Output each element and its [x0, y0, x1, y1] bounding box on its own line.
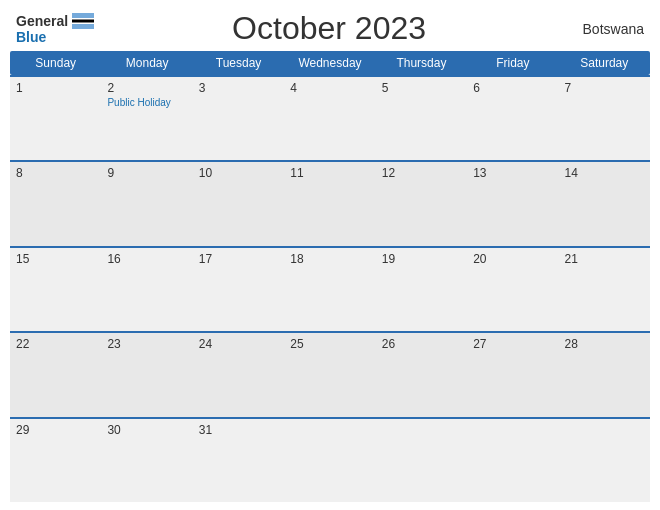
day-number: 17: [199, 252, 278, 266]
week-row-1: 12Public Holiday34567: [10, 75, 650, 160]
day-cell: 28: [559, 333, 650, 416]
day-number: 6: [473, 81, 552, 95]
week-row-2: 891011121314: [10, 160, 650, 245]
logo-general: General: [16, 13, 68, 29]
day-number: 21: [565, 252, 644, 266]
day-header-friday: Friday: [467, 51, 558, 75]
week-row-4: 22232425262728: [10, 331, 650, 416]
weeks-grid: 12Public Holiday345678910111213141516171…: [10, 75, 650, 502]
week-row-5: 293031: [10, 417, 650, 502]
day-number: 13: [473, 166, 552, 180]
day-cell: 17: [193, 248, 284, 331]
day-header-saturday: Saturday: [559, 51, 650, 75]
day-number: 24: [199, 337, 278, 351]
day-cell: 5: [376, 77, 467, 160]
day-number: 2: [107, 81, 186, 95]
day-cell: 18: [284, 248, 375, 331]
header: General Blue October 2023 Botswana: [0, 0, 660, 51]
day-header-sunday: Sunday: [10, 51, 101, 75]
day-number: 31: [199, 423, 278, 437]
day-number: 27: [473, 337, 552, 351]
day-cell: 19: [376, 248, 467, 331]
day-cell: 7: [559, 77, 650, 160]
day-number: 5: [382, 81, 461, 95]
day-cell: 1: [10, 77, 101, 160]
day-cell: 23: [101, 333, 192, 416]
day-cell: 6: [467, 77, 558, 160]
day-number: 16: [107, 252, 186, 266]
day-header-tuesday: Tuesday: [193, 51, 284, 75]
day-cell: [467, 419, 558, 502]
day-number: 15: [16, 252, 95, 266]
day-cell: 9: [101, 162, 192, 245]
logo: General Blue: [16, 13, 94, 45]
day-number: 20: [473, 252, 552, 266]
day-number: 7: [565, 81, 644, 95]
calendar-title: October 2023: [94, 10, 564, 47]
day-cell: 2Public Holiday: [101, 77, 192, 160]
day-number: 4: [290, 81, 369, 95]
day-cell: [559, 419, 650, 502]
day-cell: 25: [284, 333, 375, 416]
day-cell: 16: [101, 248, 192, 331]
svg-rect-2: [72, 19, 94, 22]
day-cell: [376, 419, 467, 502]
day-event: Public Holiday: [107, 97, 186, 108]
day-cell: [284, 419, 375, 502]
day-cell: 13: [467, 162, 558, 245]
logo-blue: Blue: [16, 29, 46, 45]
day-cell: 4: [284, 77, 375, 160]
day-cell: 14: [559, 162, 650, 245]
day-header-thursday: Thursday: [376, 51, 467, 75]
day-number: 10: [199, 166, 278, 180]
day-cell: 15: [10, 248, 101, 331]
day-header-wednesday: Wednesday: [284, 51, 375, 75]
day-header-monday: Monday: [101, 51, 192, 75]
week-row-3: 15161718192021: [10, 246, 650, 331]
day-number: 29: [16, 423, 95, 437]
day-number: 3: [199, 81, 278, 95]
day-cell: 8: [10, 162, 101, 245]
country-label: Botswana: [564, 21, 644, 37]
day-cell: 20: [467, 248, 558, 331]
day-number: 30: [107, 423, 186, 437]
day-number: 14: [565, 166, 644, 180]
day-number: 26: [382, 337, 461, 351]
day-number: 28: [565, 337, 644, 351]
app: General Blue October 2023 Botswana Sunda…: [0, 0, 660, 510]
day-number: 11: [290, 166, 369, 180]
day-cell: 30: [101, 419, 192, 502]
day-number: 1: [16, 81, 95, 95]
day-number: 8: [16, 166, 95, 180]
day-cell: 31: [193, 419, 284, 502]
day-cell: 11: [284, 162, 375, 245]
day-number: 23: [107, 337, 186, 351]
calendar: SundayMondayTuesdayWednesdayThursdayFrid…: [0, 51, 660, 510]
day-number: 9: [107, 166, 186, 180]
day-cell: 24: [193, 333, 284, 416]
day-number: 25: [290, 337, 369, 351]
day-number: 18: [290, 252, 369, 266]
day-cell: 26: [376, 333, 467, 416]
day-cell: 12: [376, 162, 467, 245]
day-cell: 27: [467, 333, 558, 416]
day-cell: 10: [193, 162, 284, 245]
day-number: 12: [382, 166, 461, 180]
day-headers: SundayMondayTuesdayWednesdayThursdayFrid…: [10, 51, 650, 75]
day-cell: 21: [559, 248, 650, 331]
day-cell: 22: [10, 333, 101, 416]
day-number: 22: [16, 337, 95, 351]
logo-flag-icon: [72, 13, 94, 29]
day-cell: 29: [10, 419, 101, 502]
day-number: 19: [382, 252, 461, 266]
day-cell: 3: [193, 77, 284, 160]
